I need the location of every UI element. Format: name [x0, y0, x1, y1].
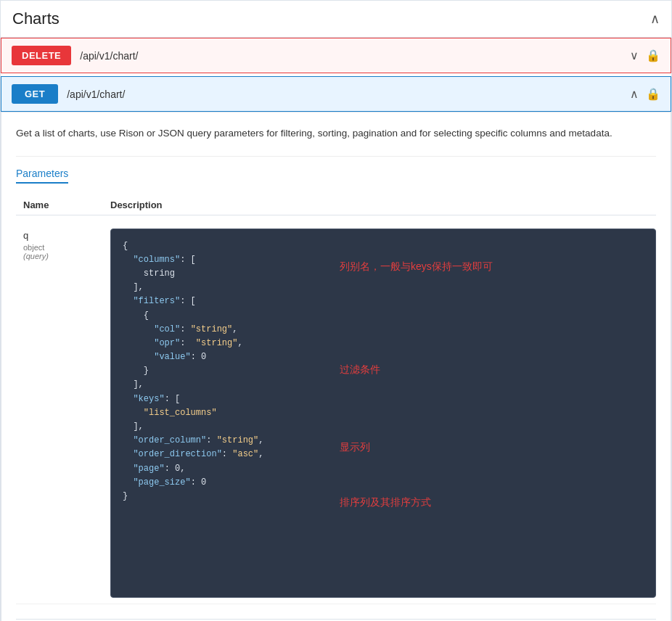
param-type: object: [23, 243, 110, 252]
code-block-wrapper: { "columns": [ string ], "filters": [ { …: [110, 229, 656, 599]
col-name-header: Name: [23, 200, 110, 210]
annotation-keys: 显示列: [340, 439, 370, 455]
annotation-order: 排序列及其排序方式: [340, 494, 431, 510]
param-name-col: q object (query): [23, 229, 110, 260]
parameters-title: Parameters: [16, 168, 68, 184]
annotation-columns: 列别名，一般与keys保持一致即可: [340, 258, 493, 274]
get-expanded-content: Get a list of charts, use Rison or JSON …: [1, 112, 671, 621]
delete-api-path: /api/v1/chart/: [80, 50, 138, 62]
charts-header: Charts ∧: [1, 1, 671, 38]
code-block[interactable]: { "columns": [ string ], "filters": [ { …: [110, 229, 656, 599]
parameters-section: Parameters Name Description q object (qu…: [16, 156, 656, 605]
params-table-header: Name Description: [16, 195, 656, 215]
get-lock-icon: 🔒: [646, 87, 660, 101]
page-title: Charts: [12, 9, 60, 28]
get-description: Get a list of charts, use Rison or JSON …: [16, 126, 656, 141]
get-method-button[interactable]: GET: [12, 84, 58, 104]
delete-lock-icon: 🔒: [646, 49, 660, 62]
get-api-path: /api/v1/chart/: [67, 89, 125, 100]
get-chevron-icon[interactable]: ∧: [630, 87, 639, 101]
param-desc-col: { "columns": [ string ], "filters": [ { …: [110, 229, 656, 599]
param-q-row: q object (query) { "columns": [ string ]…: [16, 223, 656, 605]
get-row-left: GET /api/v1/chart/: [12, 84, 125, 104]
get-endpoint-row: GET /api/v1/chart/ ∧ 🔒: [1, 76, 671, 112]
delete-method-button[interactable]: DELETE: [12, 46, 71, 65]
delete-row-left: DELETE /api/v1/chart/: [12, 46, 138, 65]
annotation-filters: 过滤条件: [340, 361, 380, 377]
delete-row-right: ∨ 🔒: [630, 49, 660, 62]
col-desc-header: Description: [110, 200, 656, 210]
collapse-icon[interactable]: ∧: [650, 11, 660, 27]
param-label: (query): [23, 252, 110, 260]
get-row-right: ∧ 🔒: [630, 87, 660, 101]
param-name: q: [23, 230, 28, 241]
delete-endpoint-row: DELETE /api/v1/chart/ ∨ 🔒: [1, 38, 671, 73]
delete-chevron-icon[interactable]: ∨: [630, 49, 639, 62]
